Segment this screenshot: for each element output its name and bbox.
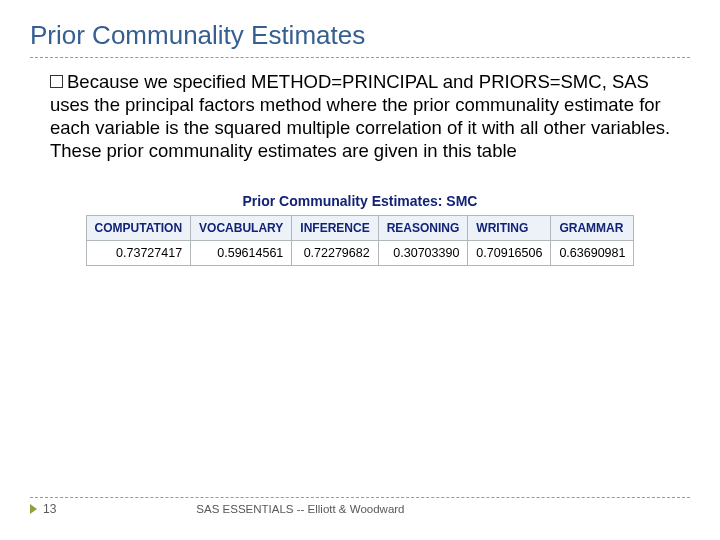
table-cell: 0.73727417: [86, 240, 191, 265]
table-header-row: COMPUTATION VOCABULARY INFERENCE REASONI…: [86, 215, 634, 240]
page-number: 13: [43, 502, 56, 516]
col-header: REASONING: [378, 215, 468, 240]
table-row: 0.73727417 0.59614561 0.72279682 0.30703…: [86, 240, 634, 265]
body-paragraph: Because we specified METHOD=PRINCIPAL an…: [30, 70, 690, 163]
slide-title: Prior Communality Estimates: [30, 20, 690, 58]
col-header: GRAMMAR: [551, 215, 634, 240]
table-cell: 0.63690981: [551, 240, 634, 265]
table-container: Prior Communality Estimates: SMC COMPUTA…: [30, 193, 690, 266]
col-header: INFERENCE: [292, 215, 378, 240]
slide: Prior Communality Estimates Because we s…: [0, 0, 720, 540]
table-caption: Prior Communality Estimates: SMC: [86, 193, 635, 215]
body-text: Because we specified METHOD=PRINCIPAL an…: [50, 71, 670, 161]
table-cell: 0.70916506: [468, 240, 551, 265]
col-header: WRITING: [468, 215, 551, 240]
table-cell: 0.72279682: [292, 240, 378, 265]
footer-text: SAS ESSENTIALS -- Elliott & Woodward: [196, 503, 404, 515]
table-cell: 0.30703390: [378, 240, 468, 265]
arrow-right-icon: [30, 504, 37, 514]
table-cell: 0.59614561: [191, 240, 292, 265]
col-header: COMPUTATION: [86, 215, 191, 240]
bullet-icon: [50, 75, 63, 88]
communality-table: Prior Communality Estimates: SMC COMPUTA…: [86, 193, 635, 266]
footer: 13 SAS ESSENTIALS -- Elliott & Woodward: [30, 497, 690, 516]
col-header: VOCABULARY: [191, 215, 292, 240]
footer-inner: 13 SAS ESSENTIALS -- Elliott & Woodward: [30, 502, 690, 516]
